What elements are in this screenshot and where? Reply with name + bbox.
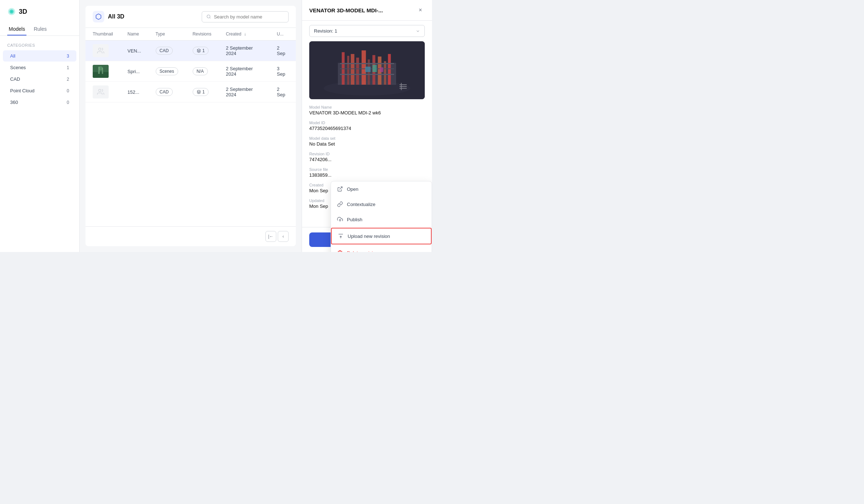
col-created: Created ↓ xyxy=(219,28,270,41)
model-id-value: 4773520465691374 xyxy=(309,126,425,131)
tab-rules[interactable]: Rules xyxy=(32,23,48,35)
search-icon xyxy=(206,14,211,19)
close-button[interactable]: × xyxy=(416,6,425,14)
panel-header: VENATOR 3D-MODEL MDI-... × xyxy=(302,0,432,21)
svg-rect-33 xyxy=(379,67,383,72)
content-header: All 3D xyxy=(85,6,296,28)
tab-models[interactable]: Models xyxy=(7,23,26,35)
sidebar-item-all[interactable]: All 3 xyxy=(3,50,76,62)
category-name-360: 360 xyxy=(10,100,18,105)
model-type-cell: CAD xyxy=(148,82,185,102)
model-id-field: Model ID 4773520465691374 xyxy=(309,121,425,131)
model-name-cell: Spri... xyxy=(120,61,148,82)
table-header-row: Thumbnail Name Type Revisions Created ↓ … xyxy=(85,28,296,41)
sidebar-item-360[interactable]: 360 0 xyxy=(3,97,76,108)
sidebar-item-pointcloud[interactable]: Point Cloud 0 xyxy=(3,85,76,96)
svg-rect-31 xyxy=(365,67,371,72)
svg-rect-32 xyxy=(372,65,377,72)
cube-icon xyxy=(93,11,104,22)
prev-page-button[interactable]: ‹ xyxy=(278,231,289,242)
app-logo: 3D xyxy=(0,7,79,23)
context-menu-item-upload-revision[interactable]: Upload new revision xyxy=(331,228,432,244)
table-row[interactable]: VEN... CAD 1 2 Septembe xyxy=(85,41,296,61)
sidebar-item-cad[interactable]: CAD 2 xyxy=(3,74,76,85)
category-name-scenes: Scenes xyxy=(10,65,26,70)
model-name-cell: 152... xyxy=(120,82,148,102)
pagination: |← ‹ xyxy=(85,226,296,246)
created-cell: 2 September 2024 xyxy=(219,41,270,61)
model-type-cell: CAD xyxy=(148,41,185,61)
svg-marker-5 xyxy=(197,49,201,51)
categories-label: Categories xyxy=(0,43,79,47)
type-badge: CAD xyxy=(156,47,173,55)
model-preview-canvas xyxy=(309,41,425,99)
models-table: Thumbnail Name Type Revisions Created ↓ … xyxy=(85,28,296,102)
svg-rect-27 xyxy=(388,54,391,85)
context-menu-item-contextualize[interactable]: Contextualize xyxy=(331,197,432,212)
svg-line-38 xyxy=(340,187,342,189)
app-title: 3D xyxy=(19,8,27,16)
model-name-value: VENATOR 3D-MODEL MDI-2 wk6 xyxy=(309,110,425,116)
publish-icon xyxy=(337,216,343,223)
svg-rect-21 xyxy=(356,58,359,85)
source-file-label: Source file xyxy=(309,167,425,172)
model-name-field: Model Name VENATOR 3D-MODEL MDI-2 wk6 xyxy=(309,105,425,116)
category-count-pointcloud: 0 xyxy=(67,88,69,93)
main-content: All 3D Thumbnail Name Type Revisions xyxy=(80,0,302,252)
context-menu: Open Contextualize xyxy=(331,181,432,252)
sort-icon: ↓ xyxy=(244,32,246,37)
model-preview xyxy=(309,41,425,99)
updated-cell: 2 Sep xyxy=(270,82,296,102)
revision-badge: 1 xyxy=(193,88,209,96)
dataset-value: No Data Set xyxy=(309,141,425,147)
app-container: 3D Models Rules Categories All 3 Scenes … xyxy=(0,0,432,252)
source-file-value: 1383859... xyxy=(309,172,425,178)
section-title: All 3D xyxy=(108,13,124,20)
category-name-cad: CAD xyxy=(10,76,20,82)
revision-id-value: 7474206... xyxy=(309,157,425,162)
svg-point-13 xyxy=(98,89,101,92)
revision-badge: 1 xyxy=(193,47,209,55)
thumbnail-placeholder xyxy=(93,85,109,98)
external-link-icon xyxy=(337,186,343,192)
svg-rect-26 xyxy=(384,61,386,85)
col-thumbnail: Thumbnail xyxy=(85,28,120,41)
search-input[interactable] xyxy=(214,14,284,20)
scene-preview-icon xyxy=(93,65,109,78)
category-count-scenes: 1 xyxy=(67,65,69,70)
col-type: Type xyxy=(148,28,185,41)
revision-id-label: Revision ID xyxy=(309,152,425,156)
category-count-360: 0 xyxy=(67,100,69,105)
trash-icon xyxy=(337,249,343,252)
col-name: Name xyxy=(120,28,148,41)
revisions-cell: 1 xyxy=(185,41,219,61)
svg-point-4 xyxy=(98,48,101,51)
layers-icon xyxy=(197,90,201,94)
thumbnail-cell xyxy=(85,82,120,102)
type-badge: CAD xyxy=(156,88,173,96)
context-menu-item-publish[interactable]: Publish xyxy=(331,212,432,227)
section-title-wrap: All 3D xyxy=(93,11,124,22)
source-file-field: Source file 1383859... xyxy=(309,167,425,178)
revision-dropdown[interactable]: Revision: 1 xyxy=(309,25,425,37)
created-cell: 2 September 2024 xyxy=(219,61,270,82)
scene-thumbnail xyxy=(93,65,109,78)
table-row[interactable]: 152... CAD 1 2 Septembe xyxy=(85,82,296,102)
sidebar-item-scenes[interactable]: Scenes 1 xyxy=(3,62,76,73)
right-panel: VENATOR 3D-MODEL MDI-... × Revision: 1 xyxy=(302,0,432,252)
context-menu-item-open[interactable]: Open xyxy=(331,181,432,197)
revision-id-field: Revision ID 7474206... xyxy=(309,152,425,162)
app-logo-icon xyxy=(7,7,16,16)
category-count-all: 3 xyxy=(67,54,69,59)
dataset-field: Model data set No Data Set xyxy=(309,136,425,147)
search-box[interactable] xyxy=(202,11,289,22)
thumbnail-placeholder xyxy=(93,44,109,57)
context-menu-publish-label: Publish xyxy=(347,217,362,222)
table-row[interactable]: Spri... Scenes N/A 2 September 2024 3 Se… xyxy=(85,61,296,82)
context-menu-open-label: Open xyxy=(347,186,358,192)
svg-marker-14 xyxy=(197,90,201,92)
thumbnail-cell xyxy=(85,61,120,82)
context-menu-item-delete-revision[interactable]: Delete revision xyxy=(331,245,432,252)
revisions-cell: N/A xyxy=(185,61,219,82)
first-page-button[interactable]: |← xyxy=(265,231,276,242)
